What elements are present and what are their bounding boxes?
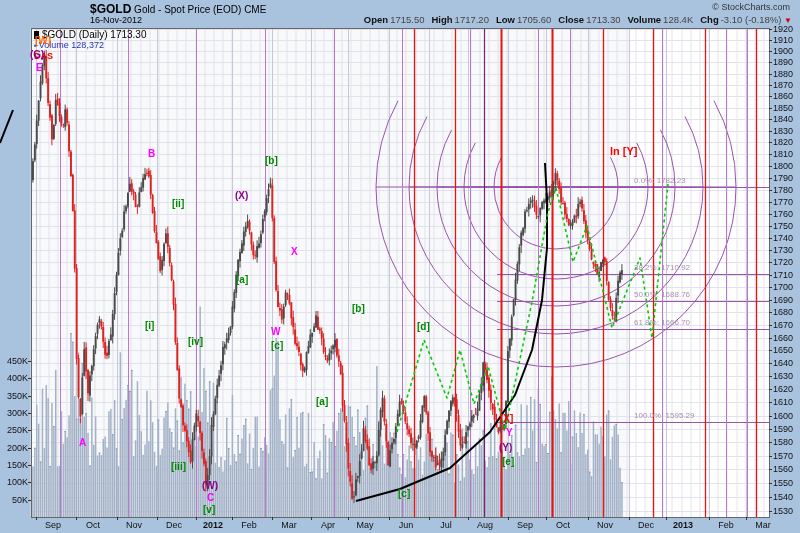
volume-tick-label: 400K — [1, 374, 28, 383]
title-description: Gold - Spot Price (EOD) CME — [131, 4, 266, 15]
price-tick-label: 1580 — [773, 438, 793, 447]
price-tick-label: 1600 — [773, 412, 793, 421]
wave-label: C — [207, 493, 214, 503]
wave-label: [i] — [145, 321, 154, 331]
price-tick-label: 1590 — [773, 425, 793, 434]
chart-date: 16-Nov-2012 — [90, 15, 142, 25]
copyright-label: © StockCharts.com — [712, 2, 790, 12]
price-tick-label: 1610 — [773, 398, 793, 407]
price-tick-label: 1740 — [773, 234, 793, 243]
month-tick-label: 2013 — [666, 521, 700, 530]
price-tick-label: 1570 — [773, 452, 793, 461]
month-tick-label: Jul — [429, 521, 463, 530]
wave-label: (W) — [202, 481, 218, 491]
month-tick-label: Nov — [117, 521, 151, 530]
month-tick-label: Oct — [546, 521, 580, 530]
price-tick-label: 1800 — [773, 162, 793, 171]
month-tick-label: Sep — [508, 521, 542, 530]
wave-label: [b] — [265, 156, 278, 166]
volume-tick-label: 450K — [1, 357, 28, 366]
volume-value: 128.4K — [663, 14, 693, 25]
month-tick-label: Sep — [36, 521, 70, 530]
price-tick-label: 1680 — [773, 308, 793, 317]
wave-label: [a] — [316, 397, 328, 407]
fib-level-label: 0.0%: 1782.23 — [634, 177, 686, 185]
price-tick-label: 1530 — [773, 507, 793, 516]
price-tick-label: 1670 — [773, 321, 793, 330]
price-tick-label: 1820 — [773, 138, 793, 147]
wave-label: [iv] — [188, 337, 203, 347]
price-tick-label: 1790 — [773, 174, 793, 183]
chart-title: $GOLD Gold - Spot Price (EOD) CME — [90, 2, 266, 16]
price-tick-label: 1700 — [773, 283, 793, 292]
month-tick-label: Mar — [272, 521, 306, 530]
low-label: Low — [496, 14, 515, 25]
price-tick-label: 1560 — [773, 465, 793, 474]
close-value: 1713.30 — [586, 14, 620, 25]
wave-label: E — [36, 63, 43, 73]
chg-label: Chg — [700, 14, 718, 25]
open-label: Open — [364, 14, 388, 25]
high-label: High — [431, 14, 452, 25]
volume-tick-label: 350K — [1, 392, 28, 401]
price-tick-label: 1870 — [773, 81, 793, 90]
ohlc-quote-row: Open1715.50High1717.20Low1705.60Close171… — [357, 14, 792, 25]
month-tick-label: Feb — [232, 521, 266, 530]
legend-symbol-text: $GOLD (Daily) 1713.30 — [42, 29, 147, 40]
wave-label: (G) — [30, 50, 44, 60]
wave-label: [ii] — [172, 199, 184, 209]
wave-label: ln [Y] — [610, 146, 638, 156]
volume-tick-label: 300K — [1, 409, 28, 418]
price-tick-label: 1900 — [773, 47, 793, 56]
fib-level-label: 38.2%: 1710.92 — [634, 264, 690, 272]
month-tick-label: Mar — [746, 521, 780, 530]
volume-label: Volume — [628, 14, 662, 25]
price-tick-label: 1850 — [773, 104, 793, 113]
wave-label: [e] — [502, 457, 514, 467]
month-tick-label: Nov — [588, 521, 622, 530]
price-tick-label: 1780 — [773, 186, 793, 195]
price-tick-label: 1720 — [773, 258, 793, 267]
price-tick-label: 1810 — [773, 150, 793, 159]
price-tick-label: 1860 — [773, 92, 793, 101]
wave-label: [X] — [500, 414, 513, 424]
price-tick-label: 1620 — [773, 385, 793, 394]
wave-label: [b] — [352, 304, 365, 314]
price-tick-label: 1650 — [773, 346, 793, 355]
fib-level-label: 61.8%: 1666.70 — [634, 319, 690, 327]
wave-label: X — [291, 247, 298, 257]
month-tick-label: Feb — [709, 521, 743, 530]
price-tick-label: 1730 — [773, 246, 793, 255]
stockcharts-gold-chart: $GOLD Gold - Spot Price (EOD) CME 16-Nov… — [0, 0, 800, 533]
price-tick-label: 1630 — [773, 372, 793, 381]
price-tick-label: 1770 — [773, 198, 793, 207]
wave-label: [iii] — [171, 462, 186, 472]
volume-tick-label: 150K — [1, 461, 28, 470]
price-tick-label: 1660 — [773, 334, 793, 343]
price-tick-label: 1890 — [773, 58, 793, 67]
month-tick-label: Dec — [157, 521, 191, 530]
open-value: 1715.50 — [390, 14, 424, 25]
wave-label: (X) — [235, 191, 248, 201]
volume-tick-label: 50K — [1, 496, 28, 505]
volume-tick-label: 200K — [1, 444, 28, 453]
wave-label: W — [271, 327, 280, 337]
low-value: 1705.60 — [517, 14, 551, 25]
price-tick-label: 1640 — [773, 359, 793, 368]
wave-label: (Y) — [499, 443, 512, 453]
wave-label: [d] — [417, 322, 430, 332]
price-tick-label: 1710 — [773, 271, 793, 280]
month-tick-label: 2012 — [196, 521, 230, 530]
wave-label: B — [148, 149, 155, 159]
volume-tick-label: 100K — [1, 478, 28, 487]
close-label: Close — [558, 14, 584, 25]
month-tick-label: Jun — [389, 521, 423, 530]
price-tick-label: 1760 — [773, 210, 793, 219]
price-tick-label: 1690 — [773, 296, 793, 305]
month-tick-label: Aug — [468, 521, 502, 530]
month-tick-label: Apr — [311, 521, 345, 530]
month-tick-label: Dec — [629, 521, 663, 530]
fib-level-label: 50.0%: 1688.76 — [634, 291, 690, 299]
wave-label: A — [79, 438, 86, 448]
wave-label: Y — [506, 428, 513, 438]
